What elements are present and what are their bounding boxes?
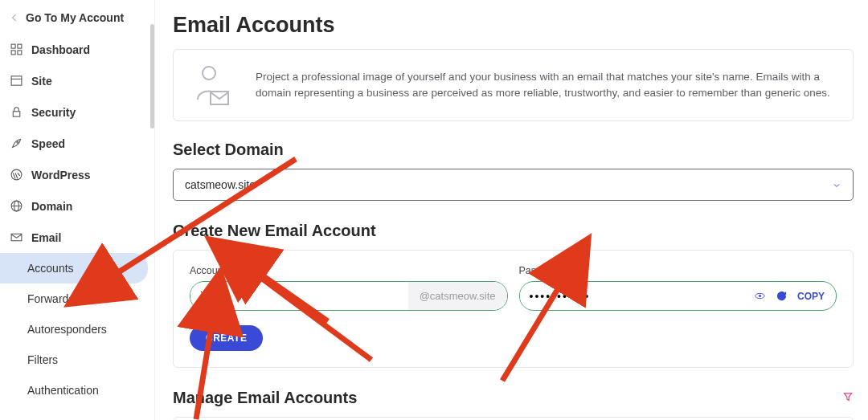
manage-accounts-title: Manage Email Accounts	[173, 389, 357, 407]
sidebar-item-speed[interactable]: Speed	[0, 128, 154, 159]
sidebar-item-label: Site	[31, 75, 52, 88]
password-input-wrap: COPY	[519, 281, 837, 311]
password-label: Password i	[519, 265, 837, 276]
domain-value: catsmeow.site	[185, 178, 256, 191]
lock-icon	[10, 105, 23, 119]
account-name-input-wrap: @catsmeow.site	[190, 281, 508, 311]
chevron-down-icon	[832, 180, 841, 190]
filter-icon[interactable]	[842, 391, 854, 406]
sidebar-item-label: Forwarders	[27, 292, 84, 305]
sidebar-item-site[interactable]: Site	[0, 65, 154, 96]
go-back-label: Go To My Account	[26, 11, 124, 24]
password-label-text: Password	[519, 265, 563, 276]
copy-button[interactable]: COPY	[797, 291, 825, 302]
intro-card: Project a professional image of yourself…	[173, 49, 854, 121]
account-domain-suffix: @catsmeow.site	[408, 282, 507, 310]
wordpress-icon	[10, 168, 23, 181]
sidebar-item-label: Speed	[31, 137, 65, 150]
sidebar-sub-autoresponders[interactable]: Autoresponders	[0, 314, 148, 345]
svg-point-16	[759, 295, 761, 297]
sidebar-sub-accounts[interactable]: Accounts	[0, 253, 148, 283]
arrow-left-icon	[10, 13, 19, 22]
sidebar-item-domain[interactable]: Domain	[0, 190, 154, 222]
site-icon	[10, 74, 23, 88]
svg-rect-3	[18, 51, 22, 55]
manage-accounts-card	[173, 417, 854, 420]
create-button[interactable]: CREATE	[190, 325, 263, 351]
main-content: Email Accounts Project a professional im…	[155, 0, 868, 420]
sidebar-scroll-thumb[interactable]	[150, 24, 154, 128]
sidebar-sub-filters[interactable]: Filters	[0, 345, 148, 375]
svg-rect-1	[18, 44, 22, 48]
sidebar: Go To My Account Dashboard Site Security…	[0, 0, 155, 420]
svg-rect-2	[11, 51, 15, 55]
go-to-my-account[interactable]: Go To My Account	[0, 10, 154, 34]
sidebar-item-label: Filters	[27, 353, 58, 366]
sidebar-item-security[interactable]: Security	[0, 96, 154, 128]
rocket-icon	[10, 137, 23, 150]
sidebar-sub-forwarders[interactable]: Forwarders	[0, 283, 148, 314]
intro-text: Project a professional image of yourself…	[256, 69, 833, 100]
sidebar-item-label: Authentication	[27, 384, 99, 397]
sidebar-item-label: Dashboard	[31, 43, 90, 56]
sidebar-item-dashboard[interactable]: Dashboard	[0, 34, 154, 65]
svg-rect-6	[13, 112, 20, 116]
domain-select[interactable]: catsmeow.site	[173, 169, 854, 201]
svg-point-7	[17, 141, 18, 143]
eye-icon[interactable]	[754, 290, 766, 302]
sidebar-item-label: Autoresponders	[27, 323, 107, 336]
dashboard-icon	[10, 43, 23, 56]
svg-point-13	[203, 67, 215, 80]
info-icon[interactable]: i	[566, 266, 575, 275]
sidebar-item-label: WordPress	[31, 169, 91, 181]
refresh-icon[interactable]	[776, 290, 788, 302]
account-name-input[interactable]	[190, 283, 408, 309]
svg-rect-12	[11, 234, 22, 241]
page-title: Email Accounts	[173, 13, 854, 38]
select-domain-title: Select Domain	[173, 141, 854, 159]
globe-icon	[10, 199, 23, 213]
password-input[interactable]	[520, 283, 744, 309]
mail-icon	[10, 230, 23, 244]
sidebar-item-email[interactable]: Email	[0, 222, 154, 253]
sidebar-item-label: Accounts	[27, 262, 74, 275]
sidebar-item-wordpress[interactable]: WordPress	[0, 159, 154, 190]
person-mail-icon	[193, 63, 231, 108]
sidebar-item-label: Domain	[31, 200, 72, 213]
sidebar-item-label: Security	[31, 106, 76, 119]
create-account-card: Account Name @catsmeow.site Password i	[173, 250, 854, 368]
sidebar-item-label: Email	[31, 231, 61, 244]
svg-rect-4	[11, 76, 22, 85]
sidebar-scrollbar[interactable]	[150, 0, 154, 420]
create-account-title: Create New Email Account	[173, 222, 854, 240]
sidebar-sub-authentication[interactable]: Authentication	[0, 375, 148, 406]
svg-rect-0	[11, 44, 15, 48]
account-name-label: Account Name	[190, 265, 508, 276]
